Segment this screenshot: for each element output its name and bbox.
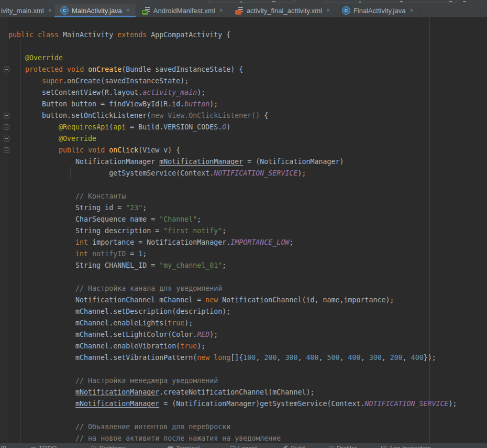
code-line: setContentView(R.layout.activity_main); xyxy=(0,87,487,99)
tab-ivity-main-xml[interactable]: ivity_main.xml× xyxy=(0,4,54,17)
tab-label: FinalActtivity.java xyxy=(353,7,405,15)
fold-marker[interactable] xyxy=(4,147,9,153)
tab-label: activity_final_acttivity.xml xyxy=(247,7,322,15)
java-class-icon: C xyxy=(60,6,69,15)
tool-window-bar: TODOProblemsTerminalLogcatBuildProfilerA… xyxy=(0,443,487,448)
run-config-widget-edge xyxy=(208,0,295,3)
tool-window-layout-button[interactable] xyxy=(1,446,6,448)
main-toolbar-clipped xyxy=(0,0,487,4)
code-line: getSystemService(Context.NOTIFICATION_SE… xyxy=(0,168,487,179)
code-line: @Override xyxy=(0,52,487,64)
fold-marker[interactable] xyxy=(4,67,9,72)
code-line: public class MainActivity extends AppCom… xyxy=(0,29,487,41)
toolbar-glyph xyxy=(272,1,275,2)
code-line: mNotificationManager.createNotificationC… xyxy=(0,387,487,398)
tab-label: ivity_main.xml xyxy=(1,7,44,15)
tab-mainactivity-java[interactable]: CMainActivity.java× xyxy=(54,4,136,17)
code-line xyxy=(0,179,487,191)
tool-button-label: Problems xyxy=(99,445,126,448)
toolbar-glyph xyxy=(400,1,403,2)
tab-activity-final-acttivity-xml[interactable]: activity_final_acttivity.xml× xyxy=(229,4,336,17)
tab-androidmanifest-xml[interactable]: MFAndroidManifest.xml× xyxy=(136,4,229,17)
tool-button-terminal[interactable]: Terminal xyxy=(168,445,200,448)
manifest-file-icon: MF xyxy=(142,6,150,15)
code-line xyxy=(0,271,487,283)
app-inspection-icon xyxy=(381,446,386,448)
code-line: mChannel.setDescription(description); xyxy=(0,306,487,318)
close-icon[interactable]: × xyxy=(409,7,413,14)
code-line: mChannel.setLightColor(Color.RED); xyxy=(0,329,487,341)
toolbar-glyph xyxy=(449,1,452,2)
tool-button-label: Terminal xyxy=(176,445,200,448)
code-line: int importance = NotificationManager.IMP… xyxy=(0,237,487,248)
code-line: // Обьявление интентов для переброски xyxy=(0,421,487,433)
tool-button-label: TODO xyxy=(39,445,57,448)
code-line: super.onCreate(savedInstanceState); xyxy=(0,75,487,87)
tab-label: MainActivity.java xyxy=(72,7,122,15)
problems-icon xyxy=(91,446,96,448)
code-line xyxy=(0,410,487,421)
toolbar-glyph xyxy=(463,1,466,2)
editor-tab-bar: ivity_main.xml×CMainActivity.java×MFAndr… xyxy=(0,4,487,17)
tool-button-app-inspection[interactable]: App Inspection xyxy=(381,445,430,448)
tab-finalacttivity-java[interactable]: CFinalActtivity.java× xyxy=(336,4,419,17)
device-widget-edge xyxy=(325,0,457,3)
code-line: // Настройка канала для уведомлений xyxy=(0,283,487,294)
code-line xyxy=(0,41,487,52)
tool-button-logcat[interactable]: Logcat xyxy=(230,445,257,448)
code-line xyxy=(0,18,487,29)
window-layout-icon xyxy=(1,446,6,448)
close-icon[interactable]: × xyxy=(326,7,330,14)
code-line: button.setOnClickListener(new View.OnCli… xyxy=(0,110,487,122)
code-line: mChannel.setVibrationPattern(new long[]{… xyxy=(0,352,487,364)
close-icon[interactable]: × xyxy=(126,7,130,14)
code-line: // Настройка менеджера уведомлений xyxy=(0,375,487,387)
code-line xyxy=(0,364,487,375)
code-line: @Override xyxy=(0,133,487,145)
code-line: String id = "23"; xyxy=(0,202,487,214)
code-line: NotificationChannel mChannel = new Notif… xyxy=(0,294,487,306)
close-icon[interactable]: × xyxy=(219,7,223,14)
tool-button-label: Profiler xyxy=(337,445,357,448)
run-icon xyxy=(240,1,242,3)
tool-button-problems[interactable]: Problems xyxy=(91,445,126,448)
fold-marker[interactable] xyxy=(4,136,9,141)
close-icon[interactable]: × xyxy=(48,7,52,14)
code-line: String CHANNEL_ID = "my_channel_01"; xyxy=(0,260,487,271)
profiler-icon xyxy=(329,446,334,448)
code-line: // на новое активити после нажатия на ув… xyxy=(0,433,487,443)
fold-marker[interactable] xyxy=(4,113,9,118)
tool-button-label: App Inspection xyxy=(389,445,430,448)
code-area: public class MainActivity extends AppCom… xyxy=(0,18,487,443)
code-line: CharSequence name = "Channel"; xyxy=(0,214,487,225)
code-editor[interactable]: public class MainActivity extends AppCom… xyxy=(0,17,487,443)
code-line: mChannel.enableLights(true); xyxy=(0,318,487,329)
code-line: int notifyID = 1; xyxy=(0,248,487,260)
code-line: protected void onCreate(Bundle savedInst… xyxy=(0,64,487,75)
tab-label: AndroidManifest.xml xyxy=(153,7,215,15)
tool-button-build[interactable]: Build xyxy=(283,445,305,448)
build-icon xyxy=(283,446,289,448)
java-class-icon: C xyxy=(342,6,350,15)
tool-button-todo[interactable]: TODO xyxy=(31,445,57,448)
run-icon xyxy=(359,1,361,3)
code-line: Button button = findViewById(R.id.button… xyxy=(0,99,487,110)
code-line: mNotificationManager = (NotificationMana… xyxy=(0,398,487,410)
code-line: NotificationManager mNotificationManager… xyxy=(0,156,487,168)
android-studio-window: ivity_main.xml×CMainActivity.java×MFAndr… xyxy=(0,0,487,448)
layout-xml-file-icon xyxy=(235,6,244,15)
tool-button-label: Logcat xyxy=(238,445,257,448)
code-line: String description = "first notify"; xyxy=(0,225,487,237)
tool-button-label: Build xyxy=(291,445,305,448)
tool-button-profiler[interactable]: Profiler xyxy=(329,445,357,448)
fold-marker[interactable] xyxy=(4,124,9,130)
code-line: mChannel.enableVibration(true); xyxy=(0,341,487,352)
code-line: public void onClick(View v) { xyxy=(0,145,487,156)
code-line: @RequiresApi(api = Build.VERSION_CODES.O… xyxy=(0,122,487,133)
code-line: // Константы xyxy=(0,191,487,202)
